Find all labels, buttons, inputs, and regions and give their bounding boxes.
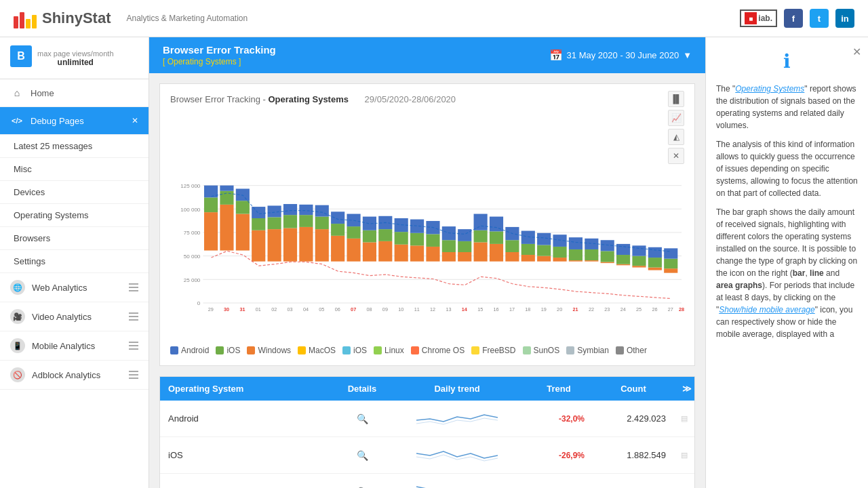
svg-rect-82 (569, 249, 583, 260)
svg-rect-92 (616, 244, 630, 255)
line-chart-btn[interactable]: 📈 (668, 110, 684, 126)
row-action-windows[interactable]: ▤ (674, 474, 694, 488)
legend-label-chromeos: Chrome OS (422, 346, 465, 355)
svg-text:05: 05 (319, 306, 324, 312)
svg-text:75 000: 75 000 (184, 230, 201, 236)
sidebar-item-home[interactable]: ⌂ Home (0, 79, 149, 107)
sidebar-sub-os[interactable]: Operating Systems (0, 204, 149, 227)
svg-rect-95 (632, 245, 646, 256)
svg-rect-18 (236, 214, 250, 251)
sidebar-section-web[interactable]: 🌐 Web Analytics (0, 273, 149, 302)
col-extra: ≫ (674, 377, 694, 401)
svg-rect-29 (283, 204, 297, 215)
svg-text:02: 02 (271, 306, 277, 312)
search-icon-android[interactable]: 🔍 (357, 413, 368, 424)
svg-rect-22 (252, 218, 265, 230)
svg-text:26: 26 (652, 306, 657, 312)
svg-rect-35 (315, 205, 329, 217)
info-os-link[interactable]: Operating Systems (735, 84, 804, 94)
video-menu (129, 312, 138, 321)
logo-bar-yellow2 (32, 15, 37, 28)
topbar-link[interactable]: Operating Systems (167, 57, 237, 66)
svg-rect-72 (521, 255, 535, 262)
svg-text:03: 03 (288, 306, 293, 312)
info-para1: The "Operating Systems" report shows the… (716, 83, 858, 131)
legend-symbian: Symbian (566, 346, 609, 355)
svg-rect-73 (521, 244, 535, 255)
svg-text:28: 28 (679, 306, 684, 312)
mobile-menu (129, 342, 138, 350)
col-details: Details (335, 377, 389, 401)
svg-text:12: 12 (430, 306, 435, 312)
svg-rect-48 (395, 245, 408, 262)
legend-dot-chromeos (411, 346, 419, 354)
os-name-ios: iOS (160, 437, 335, 473)
svg-text:0: 0 (197, 300, 201, 306)
row-action-ios[interactable]: ▤ (674, 437, 694, 473)
area-chart-btn[interactable]: ◭ (668, 129, 684, 145)
svg-rect-26 (268, 205, 281, 217)
legend-label-symbian: Symbian (577, 346, 609, 355)
svg-text:07: 07 (351, 306, 356, 312)
svg-rect-36 (331, 236, 344, 262)
chart-svg: 125 000 100 000 75 000 50 000 25 000 0 (170, 164, 684, 340)
svg-text:15: 15 (477, 306, 483, 312)
debug-label: Debug Pages (31, 116, 84, 126)
svg-text:31: 31 (239, 306, 245, 312)
svg-text:100 000: 100 000 (180, 207, 201, 213)
svg-rect-46 (378, 229, 392, 241)
svg-rect-93 (632, 266, 646, 267)
search-icon-ios[interactable]: 🔍 (357, 450, 368, 461)
logo-bars (14, 8, 37, 28)
svg-rect-51 (410, 245, 424, 261)
legend-dot-symbian (566, 346, 574, 354)
legend-label-linux: Linux (384, 346, 404, 355)
topbar-bracket-close: ] (239, 57, 241, 66)
row-action-android[interactable]: ▤ (674, 401, 694, 436)
svg-rect-44 (363, 217, 376, 230)
details-windows[interactable]: 🔍 (335, 474, 389, 488)
sidebar-sub-settings[interactable]: Settings (0, 250, 149, 273)
info-panel: ✕ ℹ The "Operating Systems" report shows… (705, 37, 868, 488)
sidebar-sub-misc[interactable]: Misc (0, 158, 149, 181)
facebook-btn[interactable]: f (784, 9, 803, 28)
sidebar-section-video[interactable]: 🎥 Video Analytics (0, 302, 149, 331)
svg-text:25 000: 25 000 (184, 277, 201, 283)
count-android: 2.429.023 (593, 401, 674, 436)
chart-title-highlight: Operating Systems (268, 94, 349, 104)
svg-rect-69 (505, 252, 519, 262)
sidebar-sub-devices[interactable]: Devices (0, 181, 149, 204)
legend-linux: Linux (374, 346, 404, 355)
web-menu (129, 283, 138, 291)
row-icon-android: ▤ (681, 414, 688, 423)
sidebar-section-adblock[interactable]: 🚫 Adblock Analytics (0, 361, 149, 390)
date-range-text: 31 May 2020 - 30 June 2020 (567, 50, 679, 60)
bar-chart-btn[interactable]: ▐▌ (668, 91, 684, 107)
svg-text:09: 09 (382, 306, 388, 312)
sidebar-item-debug[interactable]: </> Debug Pages ✕ (0, 107, 149, 135)
legend-dot-windows (247, 346, 255, 354)
twitter-btn[interactable]: t (810, 9, 829, 28)
topbar-date[interactable]: 📅 31 May 2020 - 30 June 2020 ▼ (549, 49, 692, 62)
legend-label-other: Other (627, 346, 647, 355)
mini-trend-windows (389, 474, 525, 488)
col-trend-pct: Trend (525, 377, 593, 401)
sidebar-sub-latest[interactable]: Latest 25 messages (0, 135, 149, 158)
debug-close[interactable]: ✕ (132, 116, 138, 125)
mini-chart-android (416, 407, 498, 430)
svg-rect-17 (220, 186, 233, 191)
sidebar-sub-browsers[interactable]: Browsers (0, 227, 149, 250)
info-close-btn[interactable]: ✕ (852, 44, 861, 60)
sidebar-section-mobile[interactable]: 📱 Mobile Analytics (0, 331, 149, 361)
info-mobile-avg-link[interactable]: Show/hide mobile average (719, 305, 814, 314)
close-chart-btn[interactable]: ✕ (668, 148, 684, 164)
svg-rect-58 (442, 240, 456, 252)
svg-rect-30 (299, 227, 313, 262)
linkedin-btn[interactable]: in (835, 9, 854, 28)
details-android[interactable]: 🔍 (335, 401, 389, 436)
trend-pct-windows: -60,8% (525, 474, 593, 488)
trend-pct-android: -32,0% (525, 401, 593, 436)
details-ios[interactable]: 🔍 (335, 437, 389, 473)
svg-rect-88 (601, 251, 614, 262)
mini-trend-ios (389, 437, 525, 473)
